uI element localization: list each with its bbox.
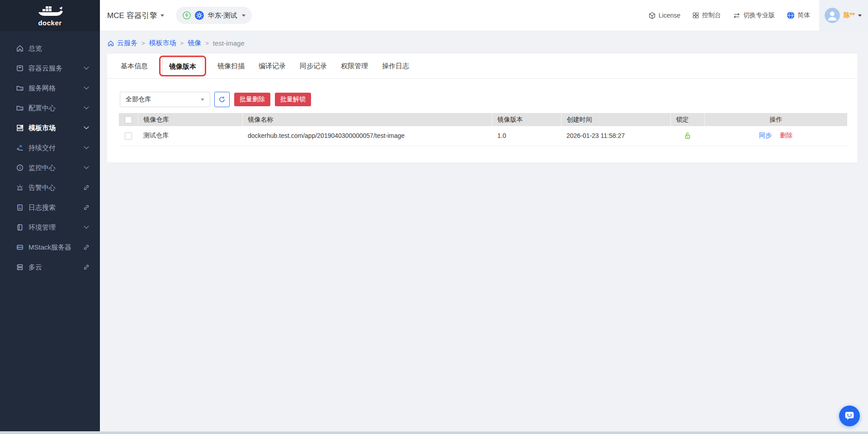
sidebar-item-service-mesh[interactable]: 服务网格 bbox=[0, 78, 100, 98]
region-selector[interactable]: 华东-测试 bbox=[176, 7, 252, 24]
locale-label: 简体 bbox=[797, 11, 810, 19]
detail-card: 基本信息 镜像版本 镜像扫描 编译记录 同步记录 权限管理 操作日志 全部仓库 … bbox=[107, 54, 857, 162]
delivery-icon bbox=[16, 144, 24, 152]
location-pin-icon bbox=[182, 11, 191, 20]
locale-button[interactable]: 简体 bbox=[787, 11, 810, 19]
swap-arrows-icon bbox=[733, 12, 741, 19]
sidebar-item-overview[interactable]: 总览 bbox=[0, 38, 100, 58]
sidebar-item-env-management[interactable]: 环境管理 bbox=[0, 217, 100, 237]
globe-icon bbox=[787, 11, 795, 19]
external-link-icon bbox=[83, 184, 90, 191]
breadcrumb-separator: > bbox=[180, 40, 184, 47]
repo-filter-value: 全部仓库 bbox=[126, 95, 201, 104]
column-header-repo: 镜像仓库 bbox=[138, 113, 242, 126]
tab-image-scan[interactable]: 镜像扫描 bbox=[217, 62, 245, 71]
tab-operation-logs[interactable]: 操作日志 bbox=[382, 62, 409, 71]
tab-sync-records[interactable]: 同步记录 bbox=[300, 62, 327, 71]
cell-repo: 测试仓库 bbox=[138, 126, 242, 146]
chat-bubble-icon bbox=[844, 410, 855, 421]
sidebar-nav: 总览 容器云服务 服务网格 配置中心 模板市场 持续交付 bbox=[0, 31, 100, 277]
license-button[interactable]: License bbox=[648, 12, 680, 19]
sidebar-item-label: MStack服务器 bbox=[28, 243, 83, 252]
container-icon bbox=[16, 64, 24, 72]
sidebar-item-label: 配置中心 bbox=[28, 104, 83, 113]
select-all-checkbox[interactable] bbox=[125, 116, 132, 123]
horizontal-scrollbar[interactable] bbox=[0, 431, 868, 434]
region-name: 华东-测试 bbox=[208, 11, 237, 20]
sidebar-item-label: 模板市场 bbox=[28, 124, 83, 132]
sidebar-item-monitoring-center[interactable]: 监控中心 bbox=[0, 158, 100, 178]
home-icon bbox=[16, 44, 24, 52]
image-version-table: 镜像仓库 镜像名称 镜像版本 创建时间 锁定 操作 测试仓库 dockerhub… bbox=[119, 113, 847, 146]
multicloud-icon bbox=[16, 263, 24, 271]
filter-toolbar: 全部仓库 批量删除 批量解锁 bbox=[120, 92, 857, 107]
sidebar-item-multicloud[interactable]: 多云 bbox=[0, 257, 100, 277]
topbar-right: License 控制台 切换专业版 简体 陈** bbox=[648, 0, 868, 31]
breadcrumb-separator: > bbox=[142, 40, 145, 47]
docker-logo: docker bbox=[0, 0, 100, 31]
breadcrumb-current: test-image bbox=[213, 39, 245, 47]
switch-pro-button[interactable]: 切换专业版 bbox=[733, 11, 775, 19]
row-checkbox[interactable] bbox=[125, 132, 132, 140]
tab-build-records[interactable]: 编译记录 bbox=[259, 62, 286, 71]
folder-gear-icon bbox=[16, 104, 24, 112]
sidebar-item-template-market[interactable]: 模板市场 bbox=[0, 118, 100, 138]
sidebar-item-container-cloud[interactable]: 容器云服务 bbox=[0, 58, 100, 78]
delete-action-link[interactable]: 删除 bbox=[780, 132, 793, 139]
table-header-row: 镜像仓库 镜像名称 镜像版本 创建时间 锁定 操作 bbox=[119, 113, 847, 126]
avatar bbox=[825, 8, 840, 23]
sidebar-item-log-search[interactable]: 日志搜索 bbox=[0, 198, 100, 217]
chevron-down-icon bbox=[83, 85, 90, 92]
alarm-icon bbox=[16, 184, 24, 192]
sidebar-item-config-center[interactable]: 配置中心 bbox=[0, 98, 100, 118]
chevron-down-icon bbox=[83, 144, 90, 151]
home-icon bbox=[107, 40, 114, 47]
cell-version: 1.0 bbox=[492, 126, 561, 146]
sidebar-item-alert-center[interactable]: 告警中心 bbox=[0, 178, 100, 198]
chevron-down-icon bbox=[83, 104, 90, 112]
external-link-icon bbox=[83, 264, 90, 271]
sidebar-item-label: 容器云服务 bbox=[28, 64, 83, 73]
breadcrumb-template-market[interactable]: 模板市场 bbox=[149, 39, 176, 47]
caret-down-icon bbox=[858, 14, 862, 17]
user-menu[interactable]: 陈** bbox=[819, 0, 868, 31]
sidebar-item-mstack-server[interactable]: MStack服务器 bbox=[0, 237, 100, 257]
sidebar-item-label: 多云 bbox=[28, 263, 83, 272]
batch-unlock-button[interactable]: 批量解锁 bbox=[275, 93, 311, 106]
chevron-down-icon bbox=[83, 65, 90, 72]
caret-down-icon bbox=[201, 99, 204, 101]
product-menu-label: MCE 容器引擎 bbox=[107, 10, 157, 21]
topbar: MCE 容器引擎 华东-测试 License 控制台 bbox=[100, 0, 868, 31]
cell-created: 2026-01-23 11:58:27 bbox=[561, 126, 670, 146]
tab-permissions[interactable]: 权限管理 bbox=[341, 62, 368, 71]
server-icon bbox=[16, 243, 24, 251]
docker-whale-icon bbox=[37, 5, 63, 20]
license-label: License bbox=[659, 12, 680, 19]
refresh-button[interactable] bbox=[214, 92, 230, 107]
breadcrumb-cloud-service[interactable]: 云服务 bbox=[117, 39, 137, 47]
repo-filter-select[interactable]: 全部仓库 bbox=[120, 92, 210, 107]
sidebar-item-label: 总览 bbox=[28, 44, 83, 53]
cell-name: dockerhub.test.com/app/2019040300000057/… bbox=[242, 126, 492, 146]
docker-logo-text: docker bbox=[38, 19, 61, 27]
sidebar-item-continuous-delivery[interactable]: 持续交付 bbox=[0, 138, 100, 158]
support-chat-button[interactable] bbox=[839, 406, 860, 426]
tab-basic-info[interactable]: 基本信息 bbox=[121, 62, 148, 71]
product-menu-dropdown[interactable]: MCE 容器引擎 bbox=[107, 10, 164, 21]
breadcrumb-image[interactable]: 镜像 bbox=[188, 39, 201, 47]
username: 陈** bbox=[844, 11, 855, 19]
tab-image-version[interactable]: 镜像版本 bbox=[162, 57, 203, 75]
sidebar-item-label: 监控中心 bbox=[28, 164, 83, 172]
external-link-icon bbox=[83, 244, 90, 251]
batch-delete-button[interactable]: 批量删除 bbox=[234, 93, 270, 106]
sync-action-link[interactable]: 同步 bbox=[759, 132, 772, 139]
chevron-down-icon bbox=[83, 124, 90, 132]
column-header-lock: 锁定 bbox=[670, 113, 704, 126]
tab-image-version-label: 镜像版本 bbox=[169, 62, 196, 70]
refresh-icon bbox=[218, 96, 226, 103]
console-button[interactable]: 控制台 bbox=[692, 11, 721, 19]
sidebar-item-label: 环境管理 bbox=[28, 223, 83, 232]
console-grid-icon bbox=[692, 12, 699, 19]
sidebar: docker 总览 容器云服务 服务网格 配置中心 模板市场 bbox=[0, 0, 100, 434]
console-label: 控制台 bbox=[702, 11, 721, 19]
